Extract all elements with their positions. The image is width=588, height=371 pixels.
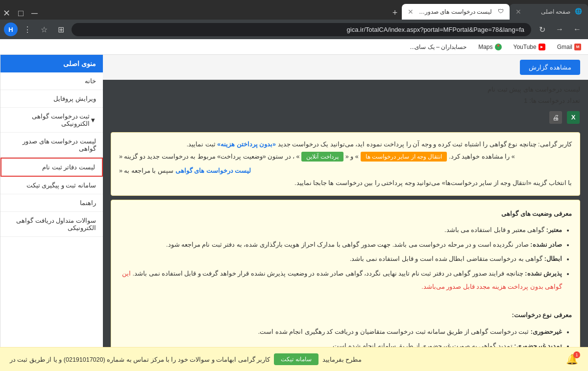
ticket-button[interactable]: سامانه تیکت (274, 353, 318, 365)
top-action-bar: مشاهده گزارش (103, 55, 588, 80)
bell-container: 🔔 1 (561, 353, 578, 365)
tab-cert-favicon: 🛡 (496, 8, 504, 16)
maps-icon: 📍 (495, 44, 502, 50)
sidebar-cert-request-label: ثبت درخواست گواهی الکترونیکی (7, 113, 90, 127)
window-controls: ─ □ ✕ (0, 7, 45, 20)
bookmark-gmail[interactable]: M Gmail (554, 43, 584, 51)
info-line2: » را مشاهده خواهید کرد. انتقال وجه از سا… (119, 151, 572, 177)
status-cancelled: ابطال: گواهی به درخواست متقاضی ابطال شده… (119, 253, 562, 266)
star-button[interactable]: ☆ (37, 23, 51, 36)
sidebar-item-cert-request[interactable]: ▼ ثبت درخواست گواهی الکترونیکی (0, 108, 103, 133)
tab-cert-title: لیست درخواست های صدور گواهی (417, 8, 492, 15)
settings-button[interactable]: ⋮ (21, 23, 34, 36)
minimize-button[interactable]: ─ (28, 7, 41, 20)
gmail-icon: M (574, 44, 581, 50)
info-cert-list-link[interactable]: لیست درخواست های گواهی (175, 165, 251, 177)
report-button[interactable]: مشاهده گزارش (520, 60, 580, 75)
bookmark-youtube-label: YouTube (514, 44, 537, 50)
browser-window: 🌐 صفحه اصلی ✕ 🛡 لیست درخواست های صدور گو… (0, 0, 588, 371)
tab-cert-close[interactable]: ✕ (408, 8, 414, 16)
tab-home-favicon: 🌐 (574, 8, 582, 16)
sidebar-item-ticket[interactable]: سامانه ثبت و پیگیری تیکت (0, 177, 103, 194)
bookmarks-bar: M Gmail ▶ YouTube 📍 Maps حسابداران – یک … (0, 39, 588, 55)
status-rejected: پذیرش نشده: چنانچه فرایند صدور گواهی در … (119, 267, 562, 294)
page-title-section: لیست درخواست های پیش ثبت نام تعداد درخوا… (103, 80, 588, 109)
notif-right: مطرح بفرمایید سامانه تیکت کاربر گرامی اب… (10, 353, 362, 365)
bookmark-maps[interactable]: 📍 Maps (475, 43, 504, 51)
bookmark-hesabdaran-label: حسابداران – یک سای... (410, 44, 466, 50)
notif-left: 🔔 1 (561, 353, 578, 365)
tab-home-title: صفحه اصلی (525, 8, 570, 15)
main-content: مشاهده گزارش لیست درخواست های پیش ثبت نا… (103, 55, 588, 371)
notif-text-after: مطرح بفرمایید (322, 356, 362, 363)
info-box: کاربر گرامی: چنانچه نوع گواهی را اشتباه … (111, 132, 580, 196)
maximize-button[interactable]: □ (15, 7, 26, 20)
sidebar-item-cert-list[interactable]: لیست درخواست های صدور گواهی (0, 133, 103, 158)
transfer-button[interactable]: انتقال وجه از سایر درخواست ها (361, 152, 447, 162)
print-icon[interactable]: 🖨 (549, 111, 563, 124)
sidebar: منوی اصلی خانه ویرایش پروفایل ▼ ثبت درخو… (0, 55, 103, 371)
info-no-pay-text: «بدون پرداختن هزینه» (217, 141, 276, 148)
desc-box: معرفی وضعیت های گواهی معتبر: گواهی معتبر… (111, 200, 580, 371)
profile-button[interactable]: H (4, 23, 18, 36)
info-pre-text: سپس با مراجعه به « (119, 165, 173, 177)
sidebar-item-reg-list[interactable]: لیست دفاتر ثبت نام (0, 158, 103, 177)
close-button[interactable]: ✕ (0, 7, 13, 20)
new-tab-button[interactable]: + (388, 6, 402, 20)
pay-online-button[interactable]: پرداخت آنلاین (301, 152, 343, 162)
cert-status-title: معرفی وضعیت های گواهی (119, 207, 572, 221)
info-line3: با انتخاب گزینه «انتقال وجه از سایر درخو… (119, 177, 572, 189)
sidebar-item-profile[interactable]: ویرایش پروفایل (0, 90, 103, 108)
bookmark-hesabdaran[interactable]: حسابداران – یک سای... (407, 43, 469, 51)
address-input[interactable] (72, 23, 531, 36)
page-title-line1: لیست درخواست های پیش ثبت نام (111, 84, 580, 95)
tab-cert-list[interactable]: 🛡 لیست درخواست های صدور گواهی ✕ (402, 4, 510, 20)
page-title-line2: تعداد درخواست ها: 1 (111, 95, 580, 106)
tab-bar: 🌐 صفحه اصلی ✕ 🛡 لیست درخواست های صدور گو… (0, 0, 588, 20)
info-mid-text: » ، در ستون «وضعیت پرداخت» مربوط به درخو… (119, 151, 299, 163)
req-type-remote: غیرحضوری: ثبت درخواست گواهی از طریق ساما… (119, 325, 562, 339)
sidebar-item-home[interactable]: خانه (0, 72, 103, 90)
cert-status-list: معتبر: گواهی معتبر و قابل استفاده می باش… (119, 224, 572, 294)
expand-icon: ▼ (90, 116, 96, 124)
refresh-button[interactable]: ↻ (535, 23, 549, 36)
no-extra-fee-text: این گواهی بدون پرداخت هزینه مجدد قابل صد… (122, 270, 562, 291)
bookmark-youtube[interactable]: ▶ YouTube (511, 43, 548, 51)
extensions-button[interactable]: ⊞ (54, 23, 68, 36)
status-valid: معتبر: گواهی معتبر و قابل استفاده می باش… (119, 224, 562, 237)
sidebar-item-faq[interactable]: سوالات متداول دریافت گواهی الکترونیکی (0, 212, 103, 237)
info-and-text: » و « (345, 151, 359, 163)
tab-home[interactable]: 🌐 صفحه اصلی ✕ (510, 4, 588, 20)
bell-badge: 1 (573, 351, 580, 358)
youtube-icon: ▶ (539, 44, 545, 50)
notif-text: کاربر گرامی ابهامات و سوالات خود را با م… (10, 356, 270, 363)
sidebar-header: منوی اصلی (0, 55, 103, 72)
back-button[interactable]: ← (570, 23, 584, 36)
address-bar: ← → ↻ ⊞ ☆ ⋮ H (0, 20, 588, 39)
tab-home-close[interactable]: ✕ (515, 8, 521, 16)
notification-bar: 🔔 1 مطرح بفرمایید سامانه تیکت کاربر گرام… (0, 347, 588, 371)
forward-button[interactable]: → (553, 23, 566, 36)
info-line1: کاربر گرامی: چنانچه نوع گواهی را اشتباه … (119, 139, 572, 151)
bookmark-maps-label: Maps (478, 44, 492, 50)
status-not-issued: صادر نشده: صادر نگردیده است و در مرحله د… (119, 238, 562, 252)
info-end-text: » را مشاهده خواهید کرد. (449, 151, 514, 163)
browser-icons: ⊞ ☆ ⋮ H (4, 23, 68, 36)
sidebar-item-guide[interactable]: راهنما (0, 194, 103, 212)
export-bar: X 🖨 (103, 109, 588, 128)
req-type-title: معرفی نوع درخواست: (119, 308, 572, 323)
excel-export-icon[interactable]: X (566, 111, 580, 124)
bookmark-gmail-label: Gmail (557, 44, 572, 50)
